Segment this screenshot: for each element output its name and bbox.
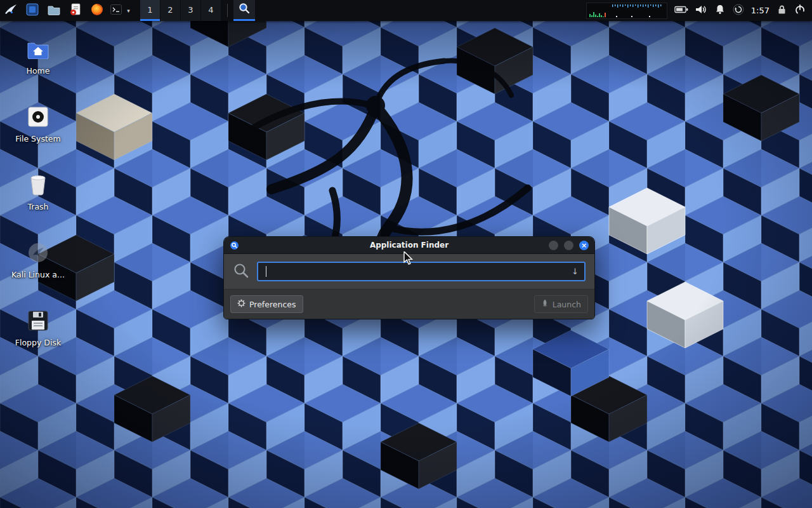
kali-logo-icon [3, 3, 18, 19]
close-icon: × [581, 242, 587, 249]
launch-label: Launch [553, 300, 581, 309]
desktop-icon-file-system[interactable]: File System [8, 105, 68, 144]
session-logout[interactable] [794, 4, 806, 18]
home-icon [26, 37, 50, 61]
window-footer: Preferences Launch [224, 289, 594, 319]
terminal-icon [110, 4, 122, 17]
panel-left: ▾ 1 2 3 4 [0, 0, 255, 21]
floppy-icon [26, 309, 50, 333]
text-editor-launcher[interactable] [65, 0, 86, 21]
panel-right: 1:57 [586, 0, 812, 21]
application-finder-window: Application Finder × ↓ [223, 236, 595, 319]
window-app-icon [230, 241, 239, 250]
window-title: Application Finder [224, 241, 594, 250]
desktop-icon-label: Kali Linux a... [11, 270, 65, 279]
notifications[interactable] [714, 4, 726, 17]
document-icon [70, 3, 81, 18]
firefox-launcher[interactable] [86, 0, 108, 21]
window-controls: × [549, 241, 589, 250]
top-panel: ▾ 1 2 3 4 [0, 0, 812, 21]
titlebar[interactable]: Application Finder × [224, 237, 594, 254]
rocket-icon [541, 299, 549, 309]
desktop-icon-label: Trash [27, 202, 48, 211]
desktop-icon-trash[interactable]: Trash [8, 173, 68, 211]
workspace-4[interactable]: 4 [201, 0, 221, 21]
close-button[interactable]: × [579, 241, 589, 250]
firefox-icon [91, 3, 103, 18]
speaker-icon [695, 4, 707, 17]
desktop-icon-kali-docs[interactable]: Kali Linux a... [8, 241, 68, 279]
screen-lock[interactable] [776, 4, 787, 17]
refresh-circle-icon [733, 4, 744, 18]
chevron-down-icon: ▾ [127, 8, 130, 14]
taskbar-application-finder[interactable] [233, 0, 255, 21]
terminal-launcher[interactable] [108, 0, 124, 21]
preferences-label: Preferences [249, 300, 296, 309]
trash-icon [26, 173, 50, 197]
desktop-icon-label: File System [15, 134, 61, 144]
minimize-button[interactable] [549, 241, 558, 250]
desktop-icon-label: Floppy Disk [15, 338, 61, 347]
drive-icon [26, 105, 50, 129]
battery-indicator[interactable] [674, 4, 688, 17]
bell-icon [714, 4, 726, 17]
volume-control[interactable] [695, 4, 707, 17]
text-caret [266, 266, 266, 277]
dropdown-arrow-icon[interactable]: ↓ [572, 267, 579, 276]
files-launcher[interactable] [22, 0, 43, 21]
search-input[interactable]: ↓ [257, 262, 586, 281]
system-monitor-graph[interactable] [586, 3, 667, 19]
gear-icon [237, 299, 246, 309]
desktop-icon-label: Home [27, 66, 50, 76]
preferences-button[interactable]: Preferences [230, 295, 303, 313]
workspace-3[interactable]: 3 [181, 0, 200, 21]
search-icon [233, 262, 249, 281]
desktop-icon-floppy-disk[interactable]: Floppy Disk [8, 309, 68, 347]
workspace-1[interactable]: 1 [140, 0, 160, 21]
update-status[interactable] [733, 4, 744, 18]
battery-icon [674, 4, 688, 17]
folder-icon [48, 4, 60, 18]
file-manager-launcher[interactable] [43, 0, 65, 21]
kali-menu-button[interactable] [0, 0, 22, 21]
window-body: ↓ [224, 254, 594, 289]
kali-docs-icon [26, 241, 50, 265]
desktop-icon-home[interactable]: Home [8, 37, 68, 76]
clock[interactable]: 1:57 [751, 6, 769, 15]
app-finder-icon [238, 2, 251, 17]
panel-separator [227, 4, 228, 17]
maximize-button[interactable] [564, 241, 573, 250]
workspace-switcher: 1 2 3 4 [140, 0, 221, 21]
launch-button[interactable]: Launch [534, 295, 588, 313]
workspace-2[interactable]: 2 [160, 0, 180, 21]
desktop: Home File System Trash Kali Linux a... F… [0, 0, 812, 508]
window-icon [26, 3, 39, 18]
power-icon [794, 4, 806, 18]
terminal-dropdown[interactable]: ▾ [124, 0, 133, 21]
lock-icon [776, 4, 787, 17]
